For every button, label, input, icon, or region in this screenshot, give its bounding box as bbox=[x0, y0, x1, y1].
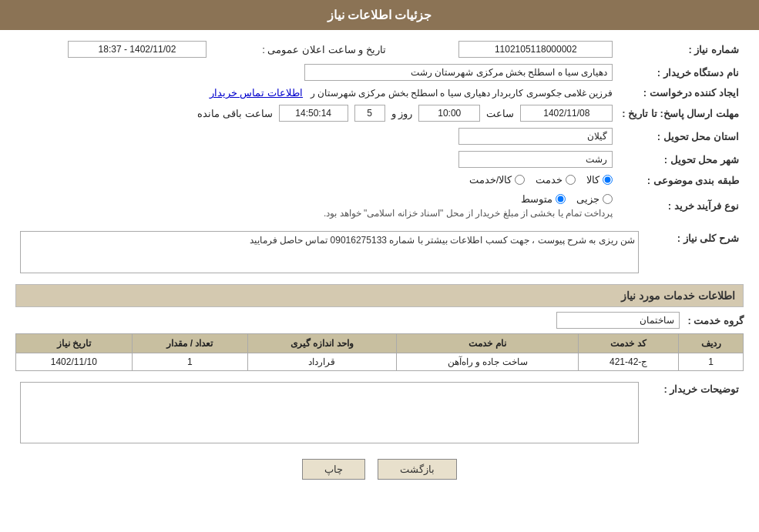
services-table-body: 1ج-42-421ساخت جاده و راه‌آهنقرارداد11402… bbox=[16, 353, 744, 371]
radio-kala-text: کالا bbox=[586, 174, 599, 186]
services-table-head: ردیف کد خدمت نام خدمت واحد اندازه گیری ت… bbox=[16, 334, 744, 353]
service-group-value: ساختمان bbox=[556, 312, 680, 329]
deadline-date: 1402/11/08 bbox=[520, 105, 613, 122]
radio-mottaset-text: متوسط bbox=[521, 193, 552, 205]
buyer-desc-label: توضیحات خریدار : bbox=[643, 379, 744, 447]
service-group-label: گروه خدمت : bbox=[687, 315, 744, 326]
desc-label: شرح کلی نیاز : bbox=[643, 228, 744, 276]
need-number-cell: 1102105118000002 bbox=[401, 38, 617, 61]
page-header: جزئیات اطلاعات نیاز bbox=[0, 0, 759, 30]
radio-khadamat[interactable] bbox=[566, 175, 576, 185]
back-button[interactable]: بازگشت bbox=[378, 459, 457, 480]
cell-date: 1402/11/10 bbox=[16, 353, 133, 371]
deadline-time: 10:00 bbox=[418, 105, 480, 122]
send-deadline-label: مهلت ارسال پاسخ: تا تاریخ : bbox=[617, 102, 744, 125]
province-label: استان محل تحویل : bbox=[617, 125, 744, 148]
cell-code: ج-42-421 bbox=[579, 353, 679, 371]
table-row: طبقه بندی موضوعی : کالا خدمت bbox=[15, 171, 744, 190]
col-row: ردیف bbox=[679, 334, 744, 353]
province-value: گیلان bbox=[458, 128, 613, 145]
radio-khadamat-text: خدمت bbox=[536, 174, 563, 186]
city-value: رشت bbox=[458, 151, 613, 168]
col-code: کد خدمت bbox=[579, 334, 679, 353]
cell-name: ساخت جاده و راه‌آهن bbox=[396, 353, 578, 371]
table-row: نام دستگاه خریدار : دهیاری سیا ه اسطلح ب… bbox=[15, 61, 744, 84]
table-row: شرح کلی نیاز : شن ریزی به شرح پیوست ، جه… bbox=[15, 228, 744, 276]
radio-jozei[interactable] bbox=[603, 194, 613, 204]
info-table: شماره نیاز : 1102105118000002 تاریخ و سا… bbox=[15, 38, 744, 222]
table-row: شهر محل تحویل : رشت bbox=[15, 148, 744, 171]
radio-khadamat-label[interactable]: خدمت bbox=[536, 174, 576, 186]
purchase-type-group: جزیی متوسط پرداخت تمام یا بخشی از مبلغ خ… bbox=[20, 193, 613, 219]
button-row: بازگشت چاپ bbox=[15, 459, 744, 480]
content-area: شماره نیاز : 1102105118000002 تاریخ و سا… bbox=[0, 30, 759, 503]
creator-contact-link[interactable]: اطلاعات تماس خریدار bbox=[210, 87, 303, 99]
page-wrapper: جزئیات اطلاعات نیاز شماره نیاز : 1102105… bbox=[0, 0, 759, 532]
purchase-type-label: نوع فرآیند خرید : bbox=[617, 190, 744, 222]
radio-mottaset-label[interactable]: متوسط bbox=[521, 193, 566, 205]
col-date: تاریخ نیاز bbox=[16, 334, 133, 353]
category-value-cell: کالا خدمت کالا/خدمت bbox=[15, 171, 617, 190]
creator-label: ایجاد کننده درخواست : bbox=[617, 84, 744, 102]
service-group-row: گروه خدمت : ساختمان bbox=[15, 312, 744, 329]
table-row: شماره نیاز : 1102105118000002 تاریخ و سا… bbox=[15, 38, 744, 61]
services-table: ردیف کد خدمت نام خدمت واحد اندازه گیری ت… bbox=[15, 333, 744, 371]
col-unit: واحد اندازه گیری bbox=[248, 334, 397, 353]
col-name: نام خدمت bbox=[396, 334, 578, 353]
table-row: استان محل تحویل : گیلان bbox=[15, 125, 744, 148]
cell-row: 1 bbox=[679, 353, 744, 371]
purchase-type-cell: جزیی متوسط پرداخت تمام یا بخشی از مبلغ خ… bbox=[15, 190, 617, 222]
desc-value: شن ریزی به شرح پیوست ، جهت کسب اطلاعات ب… bbox=[250, 235, 635, 246]
print-button[interactable]: چاپ bbox=[302, 459, 365, 480]
send-deadline-cell: 1402/11/08 ساعت 10:00 روز و 5 14:50:14 س… bbox=[15, 102, 617, 125]
city-value-cell: رشت bbox=[15, 148, 617, 171]
table-header-row: ردیف کد خدمت نام خدمت واحد اندازه گیری ت… bbox=[16, 334, 744, 353]
creator-value-cell: فرزین غلامی جکوسری کاربردار دهیاری سیا ه… bbox=[15, 84, 617, 102]
radio-mottaset[interactable] bbox=[556, 194, 566, 204]
desc-value-cell: شن ریزی به شرح پیوست ، جهت کسب اطلاعات ب… bbox=[15, 228, 643, 276]
table-row: مهلت ارسال پاسخ: تا تاریخ : 1402/11/08 س… bbox=[15, 102, 744, 125]
desc-table: شرح کلی نیاز : شن ریزی به شرح پیوست ، جه… bbox=[15, 228, 744, 276]
desc-textarea: شن ریزی به شرح پیوست ، جهت کسب اطلاعات ب… bbox=[20, 231, 639, 273]
days-label: روز و bbox=[391, 108, 413, 119]
buyer-desc-cell bbox=[15, 379, 643, 447]
province-value-cell: گیلان bbox=[15, 125, 617, 148]
category-radio-group: کالا خدمت کالا/خدمت bbox=[469, 174, 613, 186]
page-title: جزئیات اطلاعات نیاز bbox=[327, 8, 432, 22]
creator-value: فرزین غلامی جکوسری کاربردار دهیاری سیا ه… bbox=[311, 88, 613, 99]
radio-jozei-text: جزیی bbox=[576, 193, 599, 205]
deadline-inputs: 1402/11/08 ساعت 10:00 روز و 5 14:50:14 س… bbox=[20, 105, 613, 122]
cell-qty: 1 bbox=[132, 353, 247, 371]
buyer-value-cell: دهیاری سیا ه اسطلح بخش مرکزی شهرستان رشت bbox=[15, 61, 617, 84]
table-row: 1ج-42-421ساخت جاده و راه‌آهنقرارداد11402… bbox=[16, 353, 744, 371]
radio-kala-khadamat-label[interactable]: کالا/خدمت bbox=[469, 174, 526, 186]
buyer-value: دهیاری سیا ه اسطلح بخش مرکزی شهرستان رشت bbox=[304, 64, 613, 81]
col-qty: تعداد / مقدار bbox=[132, 334, 247, 353]
buyer-label: نام دستگاه خریدار : bbox=[617, 61, 744, 84]
radio-kala[interactable] bbox=[603, 175, 613, 185]
city-label: شهر محل تحویل : bbox=[617, 148, 744, 171]
purchase-note: پرداخت تمام یا بخشی از مبلغ خریدار از مح… bbox=[20, 208, 613, 219]
announce-label-cell: تاریخ و ساعت اعلان عمومی : bbox=[211, 38, 401, 61]
radio-kala-khadamat[interactable] bbox=[515, 175, 525, 185]
cell-unit: قرارداد bbox=[248, 353, 397, 371]
table-row: ایجاد کننده درخواست : فرزین غلامی جکوسری… bbox=[15, 84, 744, 102]
radio-jozei-label[interactable]: جزیی bbox=[576, 193, 613, 205]
announce-value: 1402/11/02 - 18:37 bbox=[68, 41, 207, 58]
time-label: ساعت bbox=[486, 108, 514, 119]
radio-kala-label[interactable]: کالا bbox=[586, 174, 613, 186]
announce-value-cell: 1402/11/02 - 18:37 bbox=[15, 38, 211, 61]
radio-kala-khadamat-text: کالا/خدمت bbox=[469, 174, 512, 186]
need-number-value: 1102105118000002 bbox=[458, 41, 613, 58]
table-row: نوع فرآیند خرید : جزیی متوسط bbox=[15, 190, 744, 222]
remaining-label: ساعت باقی مانده bbox=[197, 108, 272, 119]
table-row: توضیحات خریدار : bbox=[15, 379, 744, 447]
services-header: اطلاعات خدمات مورد نیاز bbox=[15, 284, 744, 307]
buyer-desc-table: توضیحات خریدار : bbox=[15, 379, 744, 447]
purchase-radio-row: جزیی متوسط bbox=[20, 193, 613, 205]
category-label: طبقه بندی موضوعی : bbox=[617, 171, 744, 190]
buyer-desc-textarea bbox=[20, 382, 639, 443]
remaining-value: 14:50:14 bbox=[279, 105, 348, 122]
announce-label: تاریخ و ساعت اعلان عمومی : bbox=[262, 44, 386, 55]
days-value: 5 bbox=[354, 105, 385, 122]
